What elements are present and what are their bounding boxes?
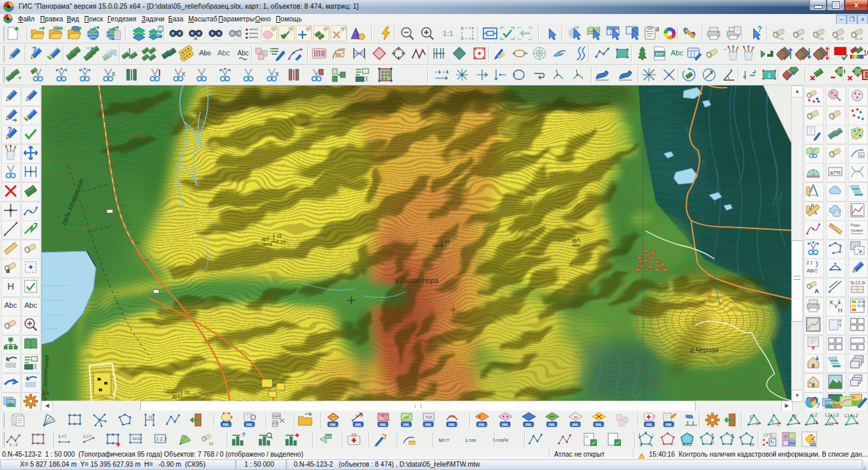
svg-text:B: B [731, 433, 734, 437]
svg-text:+: + [18, 75, 21, 81]
svg-text:α: α [771, 419, 774, 423]
svg-text:X: X [829, 299, 833, 306]
svg-text:XML: XML [572, 423, 579, 427]
svg-text:L=?: L=? [83, 434, 91, 439]
svg-text:дуб: дуб [262, 236, 270, 242]
svg-text:N-12-34: N-12-34 [851, 280, 865, 285]
svg-text:SEM: SEM [325, 435, 332, 439]
svg-text:Len: Len [750, 442, 754, 447]
svg-text:4x: 4x [859, 153, 863, 157]
svg-text:XML: XML [548, 423, 556, 427]
svg-text:a: a [194, 35, 198, 41]
svg-text:L1: L1 [829, 421, 834, 426]
svg-text:S1S2: S1S2 [132, 437, 142, 441]
svg-text:L2: L2 [825, 413, 831, 417]
svg-text:Ряды: Ряды [851, 223, 860, 227]
svg-text:XML: XML [525, 423, 532, 427]
svg-text:H: H [838, 307, 843, 314]
svg-text:Area: Area [682, 442, 692, 447]
svg-text:3: 3 [652, 433, 654, 437]
svg-text:..: .. [234, 35, 237, 41]
svg-text:XML: XML [355, 423, 362, 427]
svg-text:1→2: 1→2 [9, 443, 18, 447]
svg-text:XML: XML [478, 423, 485, 427]
svg-text:Abc: Abc [218, 49, 230, 57]
svg-text:L: L [777, 422, 780, 427]
svg-text:?: ? [814, 397, 819, 405]
svg-text:XML: XML [425, 423, 432, 427]
svg-text:L2: L2 [853, 413, 859, 418]
svg-text:XML: XML [501, 423, 509, 427]
svg-text:PDF: PDF [789, 442, 795, 445]
svg-text:L1: L1 [845, 413, 850, 418]
svg-text:?: ? [7, 126, 12, 134]
svg-text:OML: OML [409, 441, 415, 445]
svg-text:15: 15 [41, 397, 47, 401]
svg-text:L2: L2 [813, 413, 818, 417]
svg-text:XML: XML [329, 423, 337, 427]
svg-text:ξ: ξ [750, 415, 752, 420]
svg-text:дуб: дуб [41, 391, 49, 397]
svg-text:1:1: 1:1 [443, 29, 453, 37]
svg-text:липа: липа [433, 243, 443, 248]
svg-text:L: L [756, 421, 759, 426]
svg-text:?: ? [32, 45, 37, 53]
svg-text:...: ... [214, 35, 218, 41]
svg-text:КПТ: КПТ [356, 414, 364, 418]
svg-text:г.Лысая Нора: г.Лысая Нора [395, 277, 439, 284]
svg-text:1 2 3: 1 2 3 [156, 437, 167, 441]
svg-text:16: 16 [184, 390, 190, 395]
svg-text:Abc: Abc [25, 301, 37, 309]
svg-text:Y: Y [839, 323, 842, 328]
svg-text:X: X [839, 318, 842, 323]
svg-text:Ж/О: Ж/О [381, 413, 388, 417]
svg-text:M: M [209, 441, 214, 447]
svg-text:L1: L1 [813, 420, 819, 425]
svg-text:α: α [790, 417, 793, 422]
svg-text:липа: липа [262, 242, 272, 246]
svg-text:PDF: PDF [810, 443, 816, 446]
svg-text:ABC: ABC [807, 268, 818, 274]
svg-text:SEM: SEM [272, 414, 280, 418]
svg-text:Abc: Abc [671, 49, 684, 57]
svg-text:НП: НП [404, 416, 409, 420]
svg-text:2: 2 [645, 431, 648, 433]
svg-text:+a: +a [777, 35, 784, 41]
svg-text:L: L [731, 438, 734, 442]
svg-text:15: 15 [445, 239, 450, 244]
svg-text:1: 1 [767, 72, 771, 79]
svg-text:0.20: 0.20 [276, 240, 286, 244]
svg-text:L3: L3 [834, 413, 839, 417]
svg-text:Abc: Abc [5, 301, 17, 309]
svg-text:г.Черная: г.Черная [690, 346, 719, 354]
svg-text:XML: XML [379, 423, 387, 427]
svg-text:90°: 90° [336, 51, 343, 57]
svg-text:M=?: M=? [439, 437, 449, 443]
svg-text:41-91: 41-91 [857, 304, 865, 308]
svg-text:15: 15 [276, 234, 282, 238]
svg-text:L=?: L=? [59, 434, 67, 439]
svg-text:BMP: BMP [656, 52, 664, 56]
svg-text:H: H [711, 441, 714, 445]
svg-text:β: β [794, 414, 797, 419]
svg-text:XML: XML [448, 423, 455, 427]
svg-text:лип: лип [572, 243, 580, 248]
svg-text:КП: КП [331, 415, 336, 419]
svg-text:XML: XML [595, 423, 602, 427]
svg-text:18-40: 18-40 [857, 300, 865, 304]
svg-text:✎И: ✎И [425, 415, 431, 419]
svg-text:?: ? [757, 25, 762, 34]
svg-text:H: H [7, 281, 14, 292]
svg-text:?: ? [242, 431, 246, 438]
svg-text:a-b: a-b [836, 35, 844, 41]
svg-text:a: a [656, 25, 659, 33]
svg-text:H: H [149, 415, 152, 419]
svg-text:А:В: А:В [272, 421, 278, 425]
svg-text:XML: XML [246, 423, 253, 427]
svg-text:W: W [574, 415, 578, 419]
svg-text:A: A [815, 288, 819, 294]
svg-text:Abc: Abc [237, 49, 248, 57]
svg-text:–a: –a [798, 35, 804, 41]
svg-text:2 1: 2 1 [807, 260, 813, 265]
svg-text:a: a [6, 267, 10, 274]
